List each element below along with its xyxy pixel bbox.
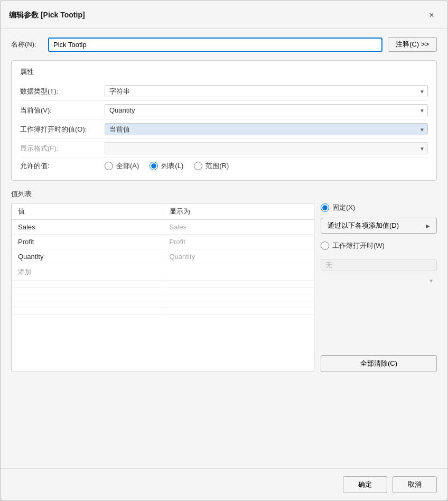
table-cell-display-1: Sales bbox=[163, 220, 314, 234]
allowed-values-radio-group: 全部(A) 列表(L) 范围(R) bbox=[105, 161, 428, 171]
dialog: 编辑参数 [Pick Tootip] × 名称(N): 注释(C) >> 属性 … bbox=[0, 0, 448, 501]
display-format-select-wrap: ▼ bbox=[105, 142, 428, 154]
allowed-range-label: 范围(R) bbox=[206, 161, 229, 171]
values-table: 值 显示为 Sales Sales Profit Profit bbox=[11, 203, 314, 372]
table-row-empty-2 bbox=[12, 287, 314, 294]
allowed-range-radio[interactable] bbox=[194, 162, 202, 170]
current-value-row: 当前值(V): Quantity Sales Profit ▼ bbox=[20, 101, 428, 120]
fixed-label: 固定(X) bbox=[332, 203, 355, 212]
confirm-button[interactable]: 确定 bbox=[343, 476, 387, 493]
name-input[interactable] bbox=[48, 38, 382, 52]
workbook-open-label: 工作簿打开时(W) bbox=[332, 241, 385, 251]
data-type-select[interactable]: 字符串 整数 浮点数 布尔 bbox=[105, 85, 428, 97]
fixed-radio[interactable] bbox=[321, 203, 329, 212]
data-type-row: 数据类型(T): 字符串 整数 浮点数 布尔 ▼ bbox=[20, 82, 428, 101]
add-values-button[interactable]: 通过以下各项添加值(D) ▶ bbox=[321, 218, 437, 234]
table-col-display: 显示为 bbox=[163, 203, 314, 219]
properties-section: 属性 数据类型(T): 字符串 整数 浮点数 布尔 ▼ 当前值(V): bbox=[11, 60, 437, 181]
allowed-list-option[interactable]: 列表(L) bbox=[150, 161, 183, 171]
display-format-select bbox=[105, 142, 428, 154]
add-label: 添加 bbox=[12, 264, 163, 280]
add-values-label: 通过以下各项添加值(D) bbox=[328, 221, 399, 230]
allowed-all-option[interactable]: 全部(A) bbox=[105, 161, 139, 171]
table-row-empty-3 bbox=[12, 294, 314, 301]
allowed-list-label: 列表(L) bbox=[161, 161, 183, 171]
workbook-select-arrow-icon: ▼ bbox=[428, 277, 434, 283]
current-value-select-wrap: Quantity Sales Profit ▼ bbox=[105, 104, 428, 116]
add-values-arrow-icon: ▶ bbox=[426, 223, 430, 229]
workbook-open-radio[interactable] bbox=[321, 242, 329, 250]
values-area: 值 显示为 Sales Sales Profit Profit bbox=[11, 203, 437, 372]
title-bar: 编辑参数 [Pick Tootip] × bbox=[1, 1, 447, 29]
table-row-empty-1 bbox=[12, 281, 314, 287]
close-button[interactable]: × bbox=[424, 8, 439, 23]
add-row[interactable]: 添加 bbox=[12, 264, 314, 281]
allowed-all-label: 全部(A) bbox=[116, 161, 139, 171]
table-col-value: 值 bbox=[12, 203, 163, 219]
table-row[interactable]: Profit Profit bbox=[12, 235, 314, 249]
table-cell-value-2: Profit bbox=[12, 235, 163, 249]
table-cell-display-2: Profit bbox=[163, 235, 314, 249]
dialog-title: 编辑参数 [Pick Tootip] bbox=[9, 11, 85, 20]
allowed-all-radio[interactable] bbox=[105, 162, 113, 170]
table-row[interactable]: Quantity Quantity bbox=[12, 249, 314, 264]
display-format-row: 显示格式(F): ▼ bbox=[20, 139, 428, 158]
data-type-label: 数据类型(T): bbox=[20, 87, 105, 96]
table-cell-display-3: Quantity bbox=[163, 249, 314, 264]
current-value-label: 当前值(V): bbox=[20, 106, 105, 115]
add-display bbox=[163, 264, 314, 280]
clear-all-button[interactable]: 全部清除(C) bbox=[321, 355, 437, 372]
workbook-select: 无 bbox=[321, 259, 437, 271]
comment-button[interactable]: 注释(C) >> bbox=[388, 37, 437, 52]
name-label: 名称(N): bbox=[11, 40, 43, 49]
workbook-open-value-select[interactable]: 当前值 固定值 bbox=[105, 123, 428, 135]
display-format-label: 显示格式(F): bbox=[20, 144, 105, 153]
allowed-range-option[interactable]: 范围(R) bbox=[194, 161, 229, 171]
workbook-select-wrap: 无 ▼ bbox=[321, 259, 437, 302]
fixed-option[interactable]: 固定(X) bbox=[321, 203, 437, 212]
workbook-open-value-label: 工作簿打开时的值(O): bbox=[20, 125, 105, 134]
data-type-select-wrap: 字符串 整数 浮点数 布尔 ▼ bbox=[105, 85, 428, 97]
cancel-button[interactable]: 取消 bbox=[393, 476, 437, 493]
allowed-values-label: 允许的值: bbox=[20, 161, 105, 171]
values-controls: 固定(X) 通过以下各项添加值(D) ▶ 工作簿打开时(W) 无 bbox=[321, 203, 437, 372]
table-row[interactable]: Sales Sales bbox=[12, 220, 314, 235]
values-section: 值列表 值 显示为 Sales Sales Profit bbox=[11, 189, 437, 372]
current-value-select[interactable]: Quantity Sales Profit bbox=[105, 104, 428, 116]
properties-title: 属性 bbox=[20, 67, 428, 77]
dialog-content: 名称(N): 注释(C) >> 属性 数据类型(T): 字符串 整数 浮点数 布… bbox=[1, 29, 447, 468]
name-row: 名称(N): 注释(C) >> bbox=[11, 37, 437, 52]
table-body: Sales Sales Profit Profit Quantity Quant… bbox=[12, 220, 314, 372]
table-cell-value-3: Quantity bbox=[12, 249, 163, 264]
table-header: 值 显示为 bbox=[12, 203, 314, 220]
footer: 确定 取消 bbox=[1, 468, 447, 500]
values-section-title: 值列表 bbox=[11, 189, 437, 199]
workbook-open-option[interactable]: 工作簿打开时(W) bbox=[321, 241, 437, 251]
allowed-values-row: 允许的值: 全部(A) 列表(L) 范围(R) bbox=[20, 158, 428, 174]
workbook-open-value-row: 工作簿打开时的值(O): 当前值 固定值 ▼ bbox=[20, 120, 428, 139]
table-row-empty-5 bbox=[12, 308, 314, 315]
table-cell-value-1: Sales bbox=[12, 220, 163, 234]
workbook-open-value-select-wrap: 当前值 固定值 ▼ bbox=[105, 123, 428, 135]
allowed-list-radio[interactable] bbox=[150, 162, 158, 170]
table-row-empty-4 bbox=[12, 301, 314, 308]
